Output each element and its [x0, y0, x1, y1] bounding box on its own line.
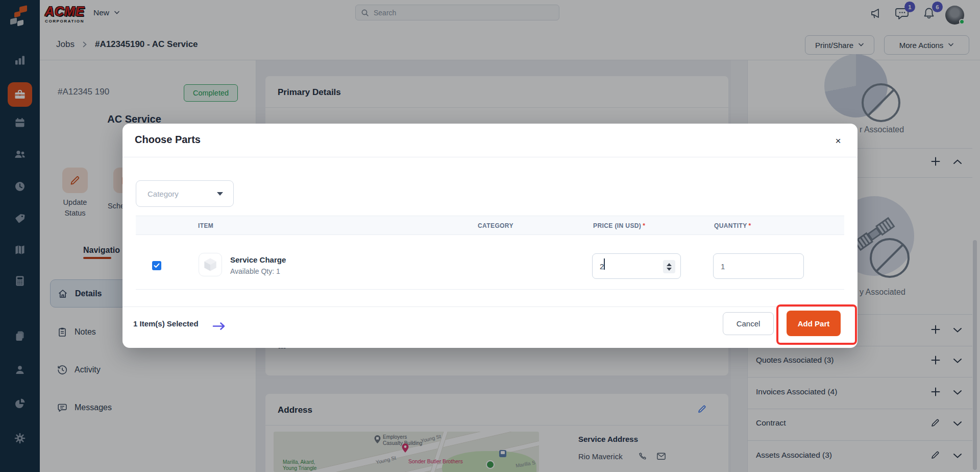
part-name: Service Charge [230, 255, 286, 264]
arrow-right-icon[interactable] [212, 322, 227, 331]
modal-title: Choose Parts [135, 134, 201, 146]
col-item: ITEM [198, 222, 213, 229]
selected-count: 1 Item(s) Selected [133, 319, 199, 328]
col-category: CATEGORY [478, 222, 513, 229]
part-checkbox[interactable] [152, 261, 161, 270]
category-select[interactable]: Category [136, 180, 234, 207]
part-image [199, 253, 222, 276]
parts-table-header: ITEM CATEGORY PRICE (IN USD)* QUANTITY* [136, 216, 844, 235]
price-stepper[interactable] [663, 260, 675, 273]
page-scrollbar[interactable] [973, 240, 977, 470]
cube-icon [201, 255, 219, 274]
stepper-up-icon[interactable] [667, 263, 672, 266]
dropdown-caret-icon [217, 192, 223, 196]
choose-parts-modal: Choose Parts × Category ITEM CATEGORY PR… [122, 124, 857, 348]
col-price: PRICE (IN USD)* [593, 222, 645, 229]
part-row: Service Charge Available Qty: 1 [136, 235, 844, 290]
add-part-button[interactable]: Add Part [787, 311, 841, 336]
check-icon [154, 263, 160, 268]
col-quantity: QUANTITY* [714, 222, 751, 229]
cancel-button[interactable]: Cancel [723, 312, 774, 335]
stepper-down-icon[interactable] [667, 268, 672, 271]
add-part-label: Add Part [798, 319, 830, 328]
text-cursor [604, 258, 605, 270]
close-icon[interactable]: × [831, 134, 845, 148]
category-placeholder: Category [148, 190, 179, 198]
part-available-qty: Available Qty: 1 [230, 267, 280, 275]
quantity-input[interactable] [713, 253, 804, 279]
cancel-label: Cancel [737, 319, 761, 328]
